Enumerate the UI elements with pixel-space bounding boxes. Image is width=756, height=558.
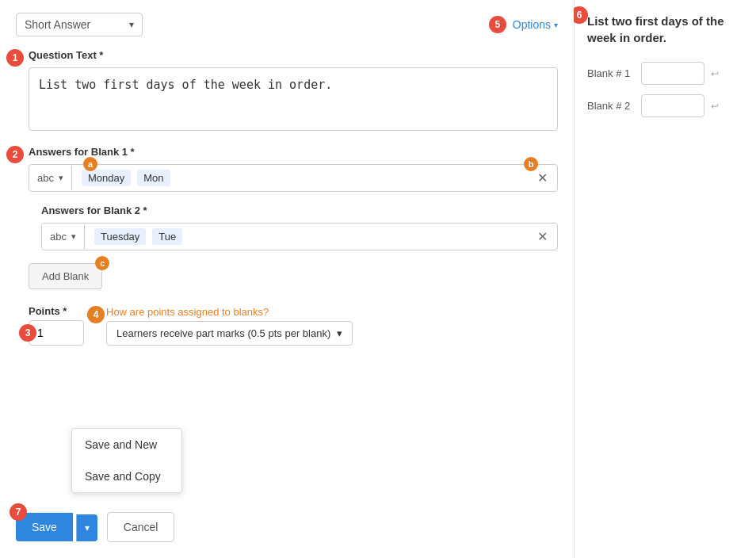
blank2-field-row: Blank # 2 ↩ bbox=[587, 94, 743, 117]
blank2-field-label: Blank # 2 bbox=[587, 100, 635, 112]
blank1-label: Answers for Blank 1 * bbox=[29, 146, 558, 158]
marks-select-dropdown[interactable]: Learners receive part marks (0.5 pts per… bbox=[106, 321, 353, 346]
options-label: Options bbox=[513, 18, 551, 31]
blank1-remove-button[interactable]: ✕ bbox=[528, 170, 557, 185]
step-1-badge: 1 bbox=[6, 49, 24, 67]
blank1-answer-row: a abc ▾ Monday Mon b ✕ bbox=[29, 164, 558, 192]
points-label: Points * bbox=[29, 305, 84, 317]
marks-group: 4 How are points assigned to blanks? Lea… bbox=[97, 306, 353, 346]
blank2-section: Answers for Blank 2 * abc ▾ Tuesday Tue … bbox=[29, 204, 558, 250]
save-and-new-item[interactable]: Save and New bbox=[72, 429, 181, 461]
save-row: 7 Save ▾ Cancel bbox=[16, 512, 174, 542]
question-text-section: 1 Question Text * bbox=[16, 49, 558, 133]
step-5-badge: 5 bbox=[489, 16, 506, 33]
save-dropdown-menu: Save and New Save and Copy bbox=[71, 428, 182, 493]
right-panel: List two first days of the week in order… bbox=[574, 0, 756, 558]
step-7-badge: 7 bbox=[10, 503, 27, 521]
add-blank-wrapper: Add Blank c bbox=[16, 263, 102, 289]
marks-select-chevron-icon: ▾ bbox=[337, 327, 342, 339]
points-input[interactable] bbox=[29, 320, 84, 346]
blank2-field-icon: ↩ bbox=[711, 101, 719, 112]
save-btn-wrapper: 7 Save ▾ bbox=[16, 513, 97, 541]
blank2-tags: Tuesday Tue bbox=[85, 224, 528, 250]
question-textarea[interactable] bbox=[29, 67, 558, 131]
marks-select-value: Learners receive part marks (0.5 pts per… bbox=[116, 327, 330, 339]
add-blank-label: Add Blank bbox=[42, 270, 89, 282]
save-and-copy-item[interactable]: Save and Copy bbox=[72, 461, 181, 492]
blank1-tag-mon: Mon bbox=[137, 170, 170, 186]
step-4-badge: 4 bbox=[87, 306, 105, 323]
points-row: 3 Points * 4 How are points assigned to … bbox=[16, 305, 558, 346]
sub-badge-b-blank1: b bbox=[524, 157, 538, 171]
blank1-section: 2 Answers for Blank 1 * a abc ▾ Monday M… bbox=[16, 146, 558, 192]
blank1-type-chevron-icon: ▾ bbox=[59, 173, 63, 183]
sub-badge-a-blank1: a bbox=[83, 157, 97, 171]
blank1-field-row: Blank # 1 ↩ bbox=[587, 62, 743, 85]
points-group: Points * bbox=[29, 305, 84, 346]
blank1-type-label: abc bbox=[37, 172, 54, 184]
blank2-label: Answers for Blank 2 * bbox=[41, 204, 558, 216]
blank2-type-chevron-icon: ▾ bbox=[71, 231, 76, 242]
blank2-remove-button[interactable]: ✕ bbox=[528, 229, 557, 244]
sub-badge-c: c bbox=[95, 256, 109, 270]
blank1-tags: Monday Mon bbox=[72, 165, 528, 191]
question-text-label: Question Text * bbox=[29, 49, 558, 61]
main-panel: Short Answer ▾ 5 Options ▾ 1 Question Te… bbox=[0, 0, 574, 558]
step-3-badge: 3 bbox=[19, 324, 36, 342]
blank2-type-label: abc bbox=[50, 231, 67, 243]
right-panel-title: List two first days of the week in order… bbox=[587, 13, 743, 46]
blank2-tag-tue: Tue bbox=[152, 228, 182, 245]
blank2-field-input[interactable] bbox=[641, 94, 704, 117]
blank1-tag-monday: Monday bbox=[82, 170, 131, 186]
blank2-answer-row: abc ▾ Tuesday Tue ✕ bbox=[41, 223, 558, 250]
add-blank-button[interactable]: Add Blank c bbox=[29, 263, 102, 289]
options-button[interactable]: 5 Options ▾ bbox=[489, 16, 558, 33]
step-2-badge: 2 bbox=[6, 146, 24, 163]
cancel-button[interactable]: Cancel bbox=[107, 512, 175, 542]
marks-label: How are points assigned to blanks? bbox=[97, 306, 353, 318]
blank2-type-select[interactable]: abc ▾ bbox=[42, 224, 85, 249]
blank1-type-select[interactable]: abc ▾ bbox=[29, 166, 72, 190]
blank1-field-input[interactable] bbox=[641, 62, 704, 85]
save-dropdown-button[interactable]: ▾ bbox=[76, 514, 97, 541]
type-select-chevron: ▾ bbox=[129, 19, 134, 30]
blank2-tag-tuesday: Tuesday bbox=[94, 228, 146, 245]
blank1-field-icon: ↩ bbox=[711, 68, 719, 79]
top-row: Short Answer ▾ 5 Options ▾ bbox=[16, 13, 558, 36]
blank1-field-label: Blank # 1 bbox=[587, 67, 635, 79]
type-select-dropdown[interactable]: Short Answer ▾ bbox=[16, 13, 143, 36]
options-chevron-icon: ▾ bbox=[554, 21, 558, 29]
type-select-label: Short Answer bbox=[25, 18, 90, 31]
